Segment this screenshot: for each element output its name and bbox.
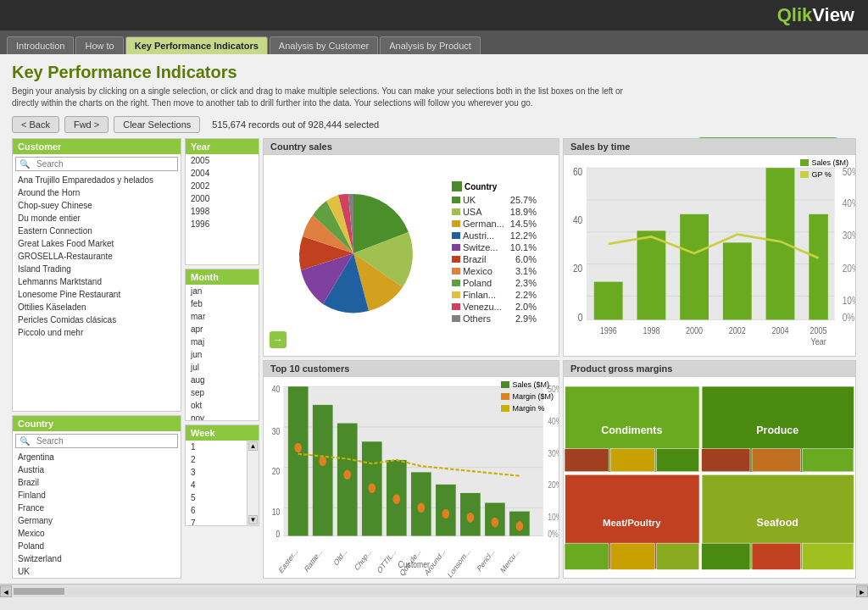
- svg-text:10%: 10%: [843, 295, 856, 306]
- legend-label: Country: [465, 182, 497, 191]
- list-item[interactable]: 2005: [186, 154, 259, 167]
- legend-text: Switze...: [463, 242, 498, 252]
- list-item[interactable]: jul: [186, 361, 259, 374]
- svg-text:30%: 30%: [548, 447, 559, 458]
- customer-search-input[interactable]: [33, 158, 177, 170]
- tab-howto[interactable]: How to: [75, 36, 123, 54]
- list-item[interactable]: Finland: [13, 489, 181, 502]
- tab-analysis-product[interactable]: Analysis by Product: [380, 36, 481, 54]
- list-item[interactable]: 2004: [186, 167, 259, 180]
- legend-color: [452, 256, 460, 263]
- list-item[interactable]: Lehmanns Marktstand: [13, 275, 181, 288]
- back-button[interactable]: < Back: [12, 116, 59, 133]
- country-search-input[interactable]: [33, 435, 177, 447]
- nav-icon-svg: →: [269, 330, 287, 349]
- svg-rect-124: [702, 543, 750, 569]
- chart-nav-icon[interactable]: →: [269, 330, 287, 351]
- scroll-down-arrow[interactable]: ▼: [248, 515, 258, 524]
- horizontal-scrollbar[interactable]: ◄ ►: [0, 584, 868, 597]
- list-item[interactable]: feb: [186, 297, 259, 310]
- legend-item: Margin %: [501, 404, 554, 413]
- scroll-right-btn[interactable]: ►: [856, 585, 868, 597]
- list-item[interactable]: Argentina: [13, 451, 181, 463]
- legend-text: Venezu...: [463, 302, 502, 312]
- scroll-left-btn[interactable]: ◄: [0, 585, 12, 597]
- svg-rect-20: [637, 230, 666, 319]
- list-item[interactable]: 1998: [186, 205, 259, 218]
- legend-item: UK25.7%: [452, 195, 537, 205]
- list-item[interactable]: Germany: [13, 514, 181, 527]
- list-item[interactable]: GROSELLA-Restaurante: [13, 250, 181, 263]
- svg-text:Pericl...: Pericl...: [476, 546, 496, 574]
- svg-text:40: 40: [272, 384, 281, 394]
- list-item[interactable]: Mexico: [13, 527, 181, 540]
- svg-rect-118: [702, 449, 750, 472]
- legend-color: [800, 171, 809, 178]
- scroll-up-arrow[interactable]: ▲: [248, 441, 258, 451]
- tab-analysis-customer[interactable]: Analysis by Customer: [270, 36, 378, 54]
- legend-icon: [452, 181, 462, 191]
- list-item[interactable]: Pericles Comidas clásicas: [13, 313, 181, 326]
- list-item[interactable]: Lonesome Pine Restaurant: [13, 288, 181, 301]
- svg-rect-22: [723, 242, 752, 319]
- list-item[interactable]: Island Trading: [13, 263, 181, 275]
- app-logo: QlikView: [777, 4, 854, 26]
- list-item[interactable]: 2002: [186, 180, 259, 192]
- svg-rect-115: [565, 449, 609, 472]
- list-item[interactable]: 2000: [186, 192, 259, 205]
- legend-item: USA18.9%: [452, 207, 537, 217]
- clear-selections-button[interactable]: Clear Selections: [114, 116, 200, 133]
- legend-text: Austri...: [463, 230, 494, 241]
- week-scrollbar[interactable]: ▲ ▼: [247, 441, 259, 525]
- tab-kpi[interactable]: Key Performance Indicators: [125, 36, 268, 54]
- country-search-box[interactable]: 🔍: [15, 434, 178, 448]
- legend-value: 12.2%: [507, 230, 537, 241]
- list-item[interactable]: jan: [186, 285, 259, 297]
- list-item[interactable]: Brazil: [13, 476, 181, 489]
- legend-color: [452, 232, 460, 239]
- list-item[interactable]: apr: [186, 323, 259, 336]
- week-filter: Week 1 2 3 4 5 6 7 8 ▲ ▼: [185, 424, 259, 526]
- svg-text:30: 30: [272, 425, 281, 435]
- list-item[interactable]: maj: [186, 336, 259, 348]
- list-item[interactable]: okt: [186, 399, 259, 412]
- country-list: Argentina Austria Brazil Finland France …: [13, 451, 181, 578]
- list-item[interactable]: Ana Trujillo Emparedados y helados: [13, 174, 181, 186]
- country-sales-title: Country sales: [264, 139, 559, 155]
- svg-text:30%: 30%: [843, 230, 856, 241]
- list-item[interactable]: Great Lakes Food Market: [13, 237, 181, 250]
- legend-value: 14.5%: [507, 219, 537, 229]
- legend-item: Venezu...2.0%: [452, 302, 537, 312]
- customer-search-box[interactable]: 🔍: [15, 157, 178, 171]
- sales-by-time-chart: Sales by time Sales ($M) GP % 60 40 20: [563, 138, 856, 357]
- list-item[interactable]: sep: [186, 386, 259, 399]
- list-item[interactable]: Switzerland: [13, 552, 181, 565]
- pie-chart-area: Country UK25.7% USA18.9% German...14.5% …: [264, 155, 559, 352]
- list-item[interactable]: mar: [186, 310, 259, 323]
- tab-introduction[interactable]: Introduction: [7, 36, 74, 54]
- list-item[interactable]: 1996: [186, 218, 259, 230]
- list-item[interactable]: aug: [186, 374, 259, 386]
- list-item[interactable]: nov: [186, 412, 259, 420]
- fwd-button[interactable]: Fwd >: [64, 116, 108, 133]
- list-item[interactable]: Ottilies Käseladen: [13, 301, 181, 313]
- list-item[interactable]: France: [13, 502, 181, 514]
- list-item[interactable]: Du monde entier: [13, 212, 181, 225]
- legend-text: German...: [463, 219, 504, 229]
- list-item[interactable]: Eastern Connection: [13, 225, 181, 237]
- legend-item: Mexico3.1%: [452, 266, 537, 276]
- legend-item: Austri...12.2%: [452, 230, 537, 241]
- customer-list: Ana Trujillo Emparedados y helados Aroun…: [13, 174, 181, 360]
- svg-text:Year: Year: [810, 336, 826, 347]
- list-item[interactable]: Austria: [13, 463, 181, 476]
- list-item[interactable]: jun: [186, 348, 259, 361]
- list-item[interactable]: Around the Horn: [13, 186, 181, 199]
- list-item[interactable]: Piccolo und mehr: [13, 326, 181, 339]
- list-item[interactable]: UK: [13, 565, 181, 578]
- list-item[interactable]: Poland: [13, 540, 181, 552]
- page-title: Key Performance Indicators: [12, 63, 856, 82]
- top-customers-title: Top 10 customers: [264, 361, 559, 377]
- scroll-thumb[interactable]: [14, 588, 64, 595]
- legend-item: Sales ($M): [501, 380, 554, 389]
- list-item[interactable]: Chop-suey Chinese: [13, 199, 181, 212]
